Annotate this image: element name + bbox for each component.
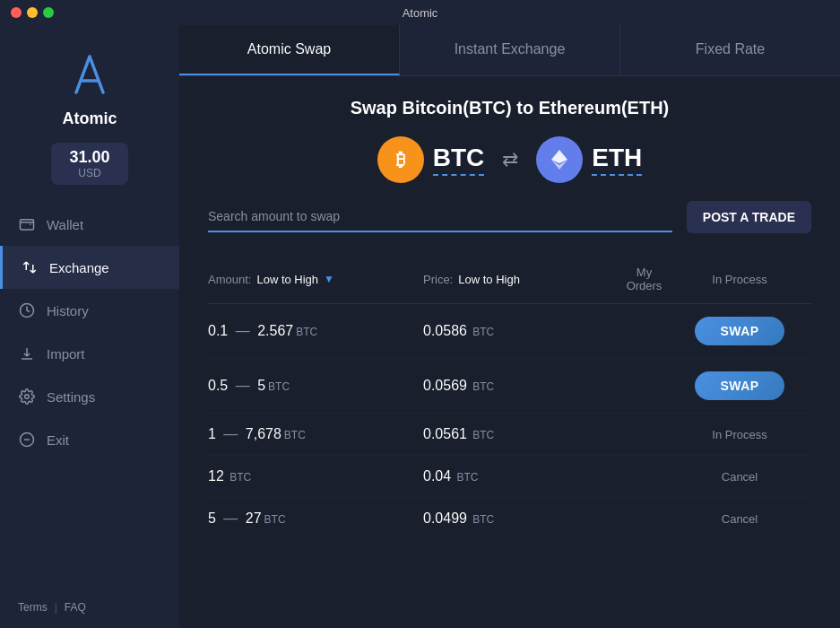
order-amount: 0.5 — 5BTC [208,378,423,394]
cancel-button[interactable]: Cancel [722,512,758,526]
col-amount-header: Amount: Low to High ▼ [208,273,423,286]
svg-point-0 [58,43,121,106]
sidebar-item-import[interactable]: Import [0,332,179,375]
balance-currency: USD [69,167,109,179]
col-inprocess-header: In Process [668,273,811,286]
settings-icon [18,388,36,406]
exchange-label: Exchange [49,260,109,275]
sidebar: Atomic 31.00 USD Wallet [0,25,179,628]
svg-rect-1 [21,220,34,230]
exchange-icon [21,258,39,276]
sidebar-item-exchange[interactable]: Exchange [0,246,179,289]
footer-separator: | [55,601,57,614]
titlebar: Atomic [0,0,840,25]
table-row: 1 — 7,678BTC0.0561 BTCIn Process [208,414,811,456]
orders-section: Amount: Low to High ▼ Price: Low to High… [179,255,840,628]
tab-atomic-swap[interactable]: Atomic Swap [179,25,400,75]
amount-label: Amount: [208,273,251,286]
exit-label: Exit [47,432,69,448]
tabs: Atomic Swap Instant Exchange Fixed Rate [179,25,840,76]
balance-amount: 31.00 [69,148,109,167]
sidebar-footer: Terms | FAQ [0,587,179,628]
order-action: In Process [668,428,811,441]
terms-link[interactable]: Terms [18,601,48,614]
order-price: 0.0586 BTC [423,323,620,339]
wallet-label: Wallet [47,217,83,232]
logo-icon [58,43,121,106]
swap-arrows-icon: ⇄ [502,148,518,171]
svg-marker-7 [551,150,567,163]
amount-sort[interactable]: Low to High [256,273,318,286]
main-content: Atomic Swap Instant Exchange Fixed Rate … [179,25,840,628]
swap-button[interactable]: SWAP [695,317,784,345]
history-label: History [47,303,89,318]
amount-sort-arrow: ▼ [324,273,334,285]
to-coin: ETH [536,136,642,183]
minimize-button[interactable] [27,7,38,18]
svg-text:₿: ₿ [396,150,405,170]
order-action: SWAP [668,317,811,345]
table-row: 5 — 27BTC0.0499 BTCCancel [208,498,811,539]
status-badge: In Process [712,428,766,441]
btc-coin-icon: ₿ [377,136,424,183]
orders-header: Amount: Low to High ▼ Price: Low to High… [208,255,811,304]
balance-box: 31.00 USD [51,143,127,185]
price-sort[interactable]: Low to High [458,273,520,286]
settings-label: Settings [47,389,95,405]
table-row: 0.5 — 5BTC0.0569 BTCSWAP [208,359,811,414]
swap-coins-row: ₿ BTC ⇄ ETH [208,136,811,183]
search-input[interactable] [208,202,672,232]
sidebar-item-wallet[interactable]: Wallet [0,203,179,246]
from-coin-symbol: BTC [433,144,485,176]
order-amount: 5 — 27BTC [208,510,423,527]
exchange-area: Swap Bitcoin(BTC) to Ethereum(ETH) ₿ BTC… [179,76,840,255]
eth-coin-icon [536,136,583,183]
window-controls [11,7,54,18]
post-trade-button[interactable]: POST A TRADE [687,201,811,233]
order-price: 0.0499 BTC [423,510,620,527]
tab-instant-exchange[interactable]: Instant Exchange [400,25,620,75]
logo-container: Atomic [58,43,121,128]
wallet-icon [18,215,36,233]
to-coin-symbol: ETH [592,144,642,176]
order-action: Cancel [668,512,811,526]
order-price: 0.0561 BTC [423,426,620,442]
nav-items: Wallet Exchange [0,203,179,587]
swap-button[interactable]: SWAP [695,371,784,400]
order-price: 0.04 BTC [423,468,620,484]
order-action: SWAP [668,371,811,400]
faq-link[interactable]: FAQ [65,601,86,614]
svg-point-3 [25,395,30,399]
table-row: 12 BTC0.04 BTCCancel [208,456,811,498]
search-row: POST A TRADE [208,201,811,233]
exit-icon [18,431,36,449]
app-title: Atomic [403,6,438,20]
sidebar-item-exit[interactable]: Exit [0,418,179,461]
sidebar-item-settings[interactable]: Settings [0,375,179,418]
tab-fixed-rate[interactable]: Fixed Rate [620,25,840,75]
import-icon [18,345,36,362]
col-price-header: Price: Low to High [423,273,620,286]
history-icon [18,301,36,319]
table-row: 0.1 — 2.567BTC0.0586 BTCSWAP [208,304,811,359]
sidebar-item-history[interactable]: History [0,289,179,332]
app-name: Atomic [62,109,117,128]
order-action: Cancel [668,470,811,484]
close-button[interactable] [11,7,22,18]
from-coin: ₿ BTC [377,136,485,183]
order-amount: 1 — 7,678BTC [208,426,423,442]
order-amount: 0.1 — 2.567BTC [208,323,423,339]
app-body: Atomic 31.00 USD Wallet [0,25,840,628]
maximize-button[interactable] [43,7,54,18]
orders-list: 0.1 — 2.567BTC0.0586 BTCSWAP0.5 — 5BTC0.… [208,304,811,539]
order-price: 0.0569 BTC [423,378,620,394]
col-myorders-header: My Orders [620,266,668,292]
import-label: Import [47,346,85,362]
price-label: Price: [423,273,453,286]
cancel-button[interactable]: Cancel [722,470,758,484]
swap-title: Swap Bitcoin(BTC) to Ethereum(ETH) [208,98,811,118]
order-amount: 12 BTC [208,468,423,484]
